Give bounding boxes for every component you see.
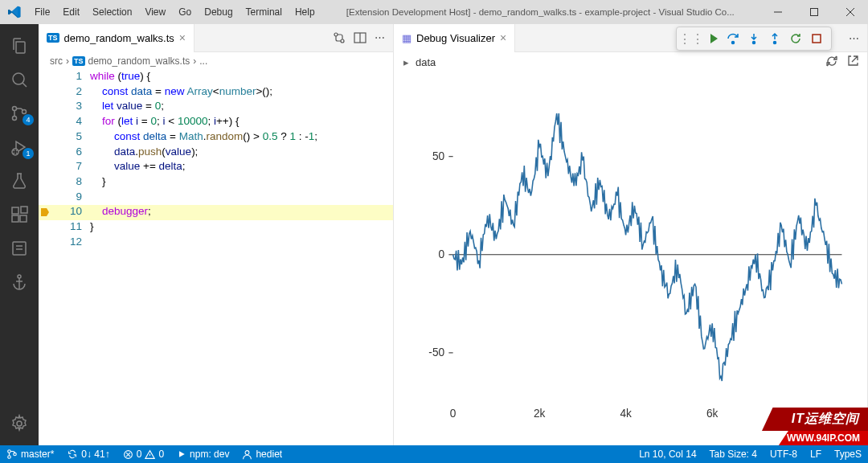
menu-file[interactable]: File [28, 6, 56, 18]
encoding-status[interactable]: UTF-8 [764, 445, 804, 463]
watermark-url: WWW.94IP.COM [779, 431, 868, 445]
line-number: 12 [56, 236, 82, 251]
code-line[interactable]: while (true) { [90, 70, 150, 85]
visualizer-pane: ⋮⋮ ▦ Debug Visualizer × ⋯ [394, 24, 868, 445]
ts-icon: TS [47, 33, 59, 43]
close-icon[interactable]: × [500, 31, 506, 44]
menu-bar: FileEditSelectionViewGoDebugTerminalHelp [28, 6, 321, 18]
menu-debug[interactable]: Debug [198, 6, 239, 18]
cursor-position[interactable]: Ln 10, Col 14 [633, 445, 702, 463]
editor-tab[interactable]: TS demo_random_walks.ts × [39, 24, 194, 52]
svg-text:0: 0 [450, 407, 457, 420]
sync-status[interactable]: 0↓ 41↑ [60, 445, 116, 463]
tab-label: Debug Visualizer [416, 32, 495, 44]
code-line[interactable]: for (let i = 0; i < 10000; i++) { [90, 115, 239, 130]
expression-text[interactable]: data [416, 56, 436, 68]
problems-status[interactable]: 0 0 [117, 445, 170, 463]
code-line[interactable]: let value = 0; [90, 100, 164, 115]
expand-icon[interactable]: ▸ [403, 56, 409, 68]
visualizer-tab[interactable]: ▦ Debug Visualizer × [394, 24, 515, 52]
testing-icon[interactable] [0, 164, 39, 198]
code-line[interactable]: } [90, 175, 106, 191]
debug-icon[interactable]: 1 [0, 130, 39, 164]
breadcrumb[interactable]: src › TS demo_random_walks.ts › ... [39, 52, 393, 70]
references-icon[interactable] [0, 232, 39, 265]
line-number: 8 [56, 175, 82, 191]
continue-button[interactable] [702, 29, 722, 48]
code-line[interactable]: value += delta; [90, 160, 186, 175]
step-out-button[interactable] [765, 29, 784, 48]
svg-point-4 [13, 73, 24, 84]
eol-status[interactable]: LF [804, 445, 828, 463]
line-number: 2 [56, 85, 82, 100]
svg-rect-11 [12, 215, 18, 222]
anchor-icon[interactable] [0, 265, 39, 299]
minimize-button[interactable] [760, 0, 796, 24]
breadcrumb-more[interactable]: ... [199, 55, 207, 67]
refresh-icon[interactable] [825, 55, 838, 68]
breakpoint-icon[interactable] [40, 207, 50, 217]
scm-badge: 4 [23, 114, 34, 125]
step-into-button[interactable] [744, 29, 764, 48]
search-icon[interactable] [0, 63, 39, 96]
svg-point-25 [753, 42, 755, 44]
menu-edit[interactable]: Edit [56, 6, 86, 18]
close-icon[interactable]: × [179, 31, 186, 44]
code-line[interactable]: const delta = Math.random() > 0.5 ? 1 : … [90, 130, 317, 145]
line-number: 7 [56, 160, 82, 175]
compare-changes-icon[interactable] [333, 31, 346, 44]
language-status[interactable]: TypeS [828, 445, 868, 463]
menu-view[interactable]: View [138, 6, 172, 18]
line-number: 4 [56, 115, 82, 130]
extensions-icon[interactable] [0, 198, 39, 232]
window-controls [760, 0, 868, 24]
svg-rect-10 [12, 207, 18, 214]
status-bar: master* 0↓ 41↑ 0 0 npm: dev hediet Ln 10… [0, 445, 868, 463]
chevron-right-icon: › [193, 55, 196, 67]
breadcrumb-file[interactable]: demo_random_walks.ts [88, 55, 190, 67]
maximize-button[interactable] [796, 0, 832, 24]
indent-status[interactable]: Tab Size: 4 [703, 445, 764, 463]
code-line[interactable]: debugger; [90, 205, 151, 220]
popout-icon[interactable] [846, 55, 859, 68]
split-editor-icon[interactable] [354, 31, 366, 44]
menu-terminal[interactable]: Terminal [240, 6, 289, 18]
tab-label: demo_random_walks.ts [64, 32, 174, 44]
step-over-button[interactable] [723, 29, 743, 48]
code-editor[interactable]: 1while (true) {2 const data = new Array<… [39, 70, 393, 445]
drag-handle-icon[interactable]: ⋮⋮ [682, 29, 701, 48]
chevron-right-icon: › [66, 55, 69, 67]
code-line[interactable]: data.push(value); [90, 145, 198, 161]
restart-button[interactable] [786, 29, 805, 48]
debug-toolbar[interactable]: ⋮⋮ [676, 27, 832, 51]
code-line[interactable]: } [90, 220, 94, 236]
branch-status[interactable]: master* [0, 445, 60, 463]
breadcrumb-src[interactable]: src [50, 55, 63, 67]
chart-area[interactable]: -5005002k4k6k8k [394, 72, 867, 445]
menu-go[interactable]: Go [172, 6, 198, 18]
debug-badge: 1 [23, 148, 34, 159]
npm-task-status[interactable]: npm: dev [170, 445, 235, 463]
svg-text:2k: 2k [534, 407, 546, 420]
menu-selection[interactable]: Selection [86, 6, 138, 18]
stop-button[interactable] [807, 29, 826, 48]
code-line[interactable]: const data = new Array<number>(); [90, 85, 272, 100]
more-icon[interactable]: ⋯ [849, 32, 859, 44]
window-title: [Extension Development Host] - demo_rand… [321, 7, 760, 17]
svg-rect-13 [21, 207, 27, 213]
settings-icon[interactable] [0, 407, 39, 440]
preview-icon: ▦ [402, 32, 411, 44]
source-control-icon[interactable]: 4 [0, 96, 39, 130]
user-status[interactable]: hediet [235, 445, 289, 463]
more-icon[interactable]: ⋯ [375, 31, 385, 44]
menu-help[interactable]: Help [289, 6, 321, 18]
vscode-logo-icon [0, 6, 28, 18]
close-button[interactable] [832, 0, 868, 24]
editor-tabbar: TS demo_random_walks.ts × ⋯ [39, 24, 393, 52]
svg-text:0: 0 [438, 248, 444, 260]
svg-text:6k: 6k [706, 407, 719, 420]
explorer-icon[interactable] [0, 29, 39, 63]
ts-icon: TS [72, 56, 85, 66]
svg-line-5 [23, 83, 27, 87]
svg-point-41 [8, 456, 11, 459]
